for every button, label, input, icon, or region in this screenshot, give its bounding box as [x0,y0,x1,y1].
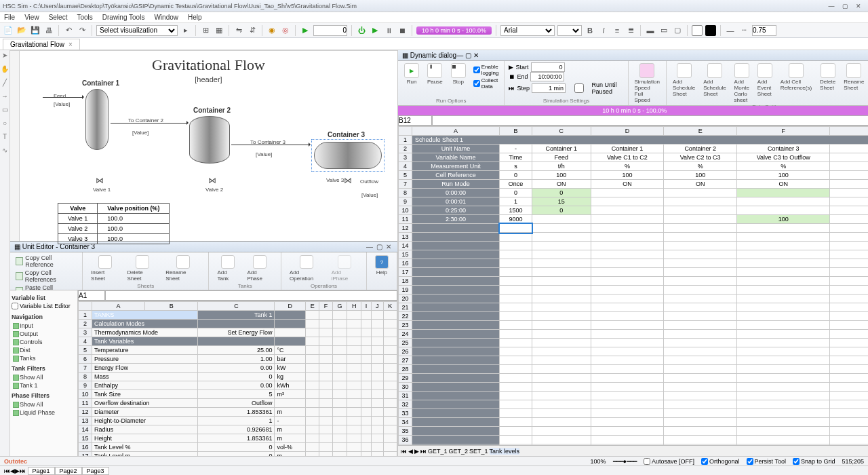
sim-speed-button[interactable]: Simulation Speed Full Speed [633,62,662,104]
v-flip-icon[interactable]: ⇵ [247,25,258,36]
drawing-canvas[interactable]: Gravitational Flow [header] Container 1 … [20,51,397,241]
menu-select[interactable]: Select [49,14,68,21]
unit-editor-grid[interactable]: ABCDEFGHIJK1TANKSTank 12Calculation Mode… [78,301,397,475]
nav-dist[interactable]: Dist [12,346,76,354]
delete-sheet-button[interactable]: Delete Sheet [818,62,837,104]
line-tool-icon[interactable]: ╱ [0,79,9,88]
menu-file[interactable]: File [4,14,15,21]
power-icon[interactable]: ⏻ [356,25,367,36]
valve2-icon[interactable] [208,176,216,184]
nav-controls[interactable]: Controls [12,338,76,346]
add-schedule-sheet2-button[interactable]: Add Schedule Sheet [701,62,728,104]
end-input[interactable] [530,72,564,81]
curve-tool-icon[interactable]: ∿ [0,147,9,156]
add-operation-button[interactable]: Add Operation [287,254,326,283]
sched-formula[interactable] [432,115,868,126]
menu-view[interactable]: View [24,14,39,21]
nav-tanks[interactable]: Tanks [12,354,76,362]
align-icon[interactable]: ⊞ [200,25,211,36]
align-center-icon[interactable]: ≣ [625,25,636,36]
pause-button[interactable]: ⏸Pause [425,62,445,91]
filter-showall2[interactable]: Show All [12,400,76,408]
font-select[interactable]: Arial [500,25,555,36]
filter-liquid[interactable]: Liquid Phase [12,408,76,417]
tank-container2[interactable] [189,116,230,164]
add-event-sheet-button[interactable]: Add Event Sheet [755,62,774,104]
nav-input[interactable]: Input [12,322,76,330]
collect-data-check[interactable]: Collect Data [473,77,499,90]
menu-bar[interactable]: File View Select Tools Drawing Tools Win… [0,12,868,23]
close-icon[interactable]: × [68,41,73,48]
tank-container1[interactable] [85,89,108,150]
rect-icon[interactable]: ▭ [658,25,669,36]
globe-icon[interactable]: ◉ [267,25,277,36]
rename-sheet-button[interactable]: Rename Sheet [842,62,866,104]
schedule-grid[interactable]: ABCDEF1Schedule Sheet 12Unit Name-Contai… [398,126,868,445]
line-dash-icon[interactable]: ┄ [738,25,749,36]
help-button[interactable]: ?Help [372,254,391,277]
target-icon[interactable]: ◎ [280,25,291,36]
bold-icon[interactable]: B [585,25,595,36]
run-button[interactable]: ▶Run [402,62,421,91]
rename-sheet-button[interactable]: Rename Sheet [163,254,203,283]
tank-container3[interactable] [314,142,382,169]
delete-sheet-button[interactable]: Delete Sheet [125,254,161,283]
menu-window[interactable]: Window [154,14,178,21]
formula-bar[interactable] [105,290,397,301]
add-cellref-button[interactable]: Add Cell Reference(s) [778,62,814,104]
copy-cell-refs[interactable]: Copy Cell References [16,269,77,284]
text-tool-icon[interactable]: T [0,133,9,142]
dynamic-dialog-title[interactable]: ▦ Dynamic dialog — ▢ ✕ [398,50,868,61]
line-style-icon[interactable]: ― [725,25,736,36]
color2-icon[interactable] [705,25,716,36]
menu-help[interactable]: Help [188,14,202,21]
stop-icon[interactable]: ⏹ [397,25,408,36]
persist-toggle[interactable]: Persist Tool [747,458,786,465]
rect-tool-icon[interactable]: ▭ [0,106,9,115]
hand-icon[interactable]: ✋ [0,65,9,75]
visualization-select[interactable]: Select visualization [96,25,178,36]
copy-cell-ref[interactable]: Copy Cell Reference [16,254,77,269]
print-icon[interactable]: 🖶 [43,25,54,36]
add-tank-button[interactable]: Add Tank [214,254,241,283]
cell-ref-box[interactable] [78,290,105,301]
maximize-icon[interactable]: ▢ [374,243,384,250]
run-icon[interactable]: ▶ [300,25,311,36]
autosave-toggle[interactable]: Autosave [OFF] [644,458,694,465]
insert-sheet-button[interactable]: Insert Sheet [88,254,122,283]
add-iphase-button[interactable]: Add iPhase [329,254,361,283]
arrow-tool-icon[interactable]: → [0,92,9,102]
window-buttons[interactable]: —▢✕ [825,3,865,10]
orthogonal-toggle[interactable]: Orthogonal [701,458,740,465]
h-flip-icon[interactable]: ⇋ [233,25,244,36]
circle-tool-icon[interactable]: ○ [0,119,9,129]
valve3-icon[interactable] [344,176,352,184]
nav-output[interactable]: Output [12,330,76,338]
step-input[interactable] [532,83,566,93]
until-paused-check[interactable]: Run Until Paused [568,81,624,95]
undo-icon[interactable]: ↶ [63,25,74,36]
min-icon[interactable]: — [456,52,463,59]
add-schedule-sheet-button[interactable]: Add Schedule Sheet [671,62,697,104]
pause-icon[interactable]: ⏸ [383,25,394,36]
fill-icon[interactable]: ▬ [645,25,656,36]
color1-icon[interactable] [692,25,703,36]
page-tabs[interactable]: ⏮◀▶⏭ Page1 Page2 Page3 [0,466,868,475]
menu-drawing[interactable]: Drawing Tools [102,14,145,21]
close-icon[interactable]: ✕ [384,243,393,250]
var-list-editor-check[interactable]: Variable List Editor [12,303,71,309]
new-icon[interactable]: 📄 [3,25,14,36]
open-icon[interactable]: 📂 [16,25,27,36]
add-mc-sheet-button[interactable]: Add Monte Carlo sheet [732,62,751,104]
sched-cell-ref[interactable] [398,115,432,126]
schedule-tabs[interactable]: ⏮◀▶⏭ GET_1 GET_2 SET_1 Tank levels [398,445,868,456]
vis-play-icon[interactable]: ▸ [180,25,191,36]
close-icon[interactable]: ✕ [473,52,479,59]
start-input[interactable] [531,62,565,72]
filter-tank1[interactable]: Tank 1 [12,381,76,390]
stop-button[interactable]: ⏹Stop [449,62,468,91]
font-size-select[interactable] [557,25,582,36]
doc-tab[interactable]: Gravitational Flow× [3,39,80,50]
enable-logging-check[interactable]: Enable logging [473,64,499,76]
grid-icon[interactable]: ▦ [214,25,224,36]
